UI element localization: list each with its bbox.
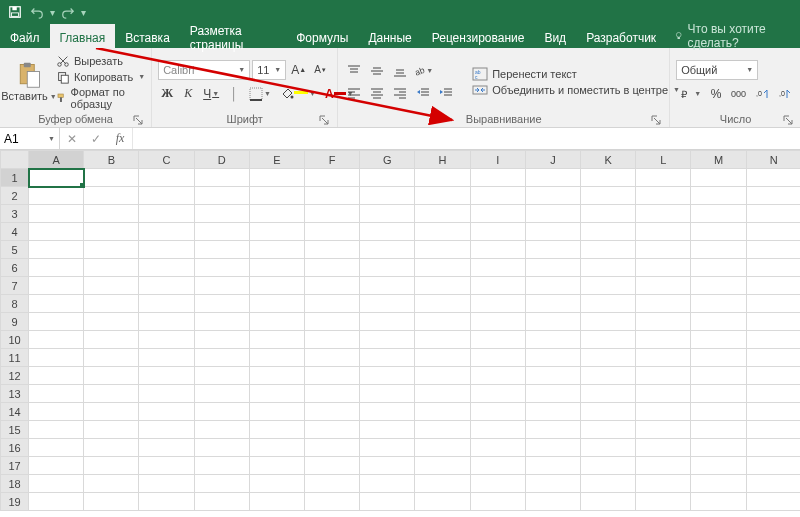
cell[interactable] [525,241,580,259]
row-header[interactable]: 19 [1,493,29,511]
cell[interactable] [581,277,636,295]
cell[interactable] [360,295,415,313]
align-bottom-button[interactable] [390,62,410,80]
italic-button[interactable]: К [179,84,197,104]
cell[interactable] [691,331,746,349]
cell[interactable] [691,457,746,475]
cell[interactable] [139,313,194,331]
cell[interactable] [581,349,636,367]
row-header[interactable]: 7 [1,277,29,295]
font-name-combo[interactable]: Calibri▼ [158,60,250,80]
cell[interactable] [470,277,525,295]
borders-button[interactable]: ▼ [246,84,274,104]
cell[interactable] [581,187,636,205]
cell[interactable] [305,295,360,313]
cell[interactable] [470,439,525,457]
cell[interactable] [360,259,415,277]
bold-button[interactable]: Ж [158,84,176,104]
cell[interactable] [194,259,249,277]
cell[interactable] [691,223,746,241]
undo-icon[interactable] [26,2,48,22]
cell[interactable] [305,421,360,439]
cell[interactable] [636,259,691,277]
cell[interactable] [746,259,800,277]
cell[interactable] [29,259,84,277]
tab-formulas[interactable]: Формулы [286,24,358,48]
cell[interactable] [29,331,84,349]
row-header[interactable]: 8 [1,295,29,313]
row-header[interactable]: 6 [1,259,29,277]
column-header[interactable]: G [360,151,415,169]
qat-dropdown-icon[interactable]: ▾ [81,7,86,18]
cell[interactable] [470,241,525,259]
cell[interactable] [29,457,84,475]
tab-developer[interactable]: Разработчик [576,24,666,48]
align-top-button[interactable] [344,62,364,80]
row-header[interactable]: 2 [1,187,29,205]
cell[interactable] [636,475,691,493]
cell[interactable] [139,421,194,439]
cell[interactable] [360,223,415,241]
cell[interactable] [360,169,415,187]
cell[interactable] [29,475,84,493]
cell[interactable] [139,439,194,457]
cell[interactable] [29,205,84,223]
cell[interactable] [84,169,139,187]
cell[interactable] [305,313,360,331]
cell[interactable] [415,367,470,385]
align-center-button[interactable] [367,84,387,102]
cell[interactable] [691,277,746,295]
cell[interactable] [194,493,249,511]
cell[interactable] [525,457,580,475]
cell[interactable] [470,259,525,277]
copy-button[interactable]: Копировать▼ [56,70,145,84]
cell[interactable] [691,439,746,457]
cell[interactable] [415,295,470,313]
cell[interactable] [84,385,139,403]
cell[interactable] [415,439,470,457]
cell[interactable] [305,205,360,223]
tab-review[interactable]: Рецензирование [422,24,535,48]
cell[interactable] [691,187,746,205]
cell[interactable] [746,241,800,259]
cell[interactable] [691,367,746,385]
format-painter-button[interactable]: Формат по образцу [56,86,145,110]
cell[interactable] [691,259,746,277]
cell[interactable] [29,421,84,439]
cell[interactable] [29,385,84,403]
cell[interactable] [139,331,194,349]
cell[interactable] [746,187,800,205]
cell[interactable] [249,457,304,475]
formula-bar[interactable] [133,128,800,149]
cell[interactable] [360,385,415,403]
cell[interactable] [84,367,139,385]
cell[interactable] [194,295,249,313]
column-header[interactable]: C [139,151,194,169]
cell[interactable] [29,403,84,421]
cell[interactable] [305,493,360,511]
cell[interactable] [470,205,525,223]
cell[interactable] [360,421,415,439]
align-right-button[interactable] [390,84,410,102]
cell[interactable] [691,241,746,259]
cell[interactable] [470,403,525,421]
shrink-font-button[interactable]: A▼ [311,60,330,80]
cell[interactable] [84,187,139,205]
cell[interactable] [525,349,580,367]
dialog-launcher-icon[interactable] [133,115,143,125]
cell[interactable] [84,313,139,331]
column-header[interactable]: M [691,151,746,169]
decrease-decimal-button[interactable]: ,0 [775,84,795,104]
cell[interactable] [249,169,304,187]
cell[interactable] [139,457,194,475]
row-header[interactable]: 9 [1,313,29,331]
cell[interactable] [29,439,84,457]
cell[interactable] [29,493,84,511]
cell[interactable] [194,439,249,457]
cell[interactable] [636,421,691,439]
cell[interactable] [194,205,249,223]
cell[interactable] [415,475,470,493]
dialog-launcher-icon[interactable] [651,115,661,125]
cell[interactable] [139,403,194,421]
cell[interactable] [415,187,470,205]
